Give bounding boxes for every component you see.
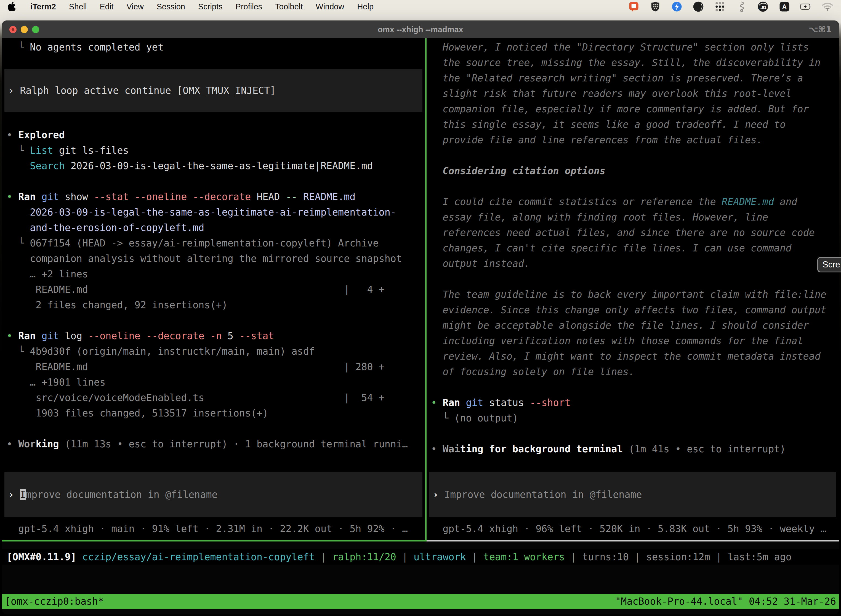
squiggle-icon[interactable]: [736, 1, 747, 12]
composer-input-left[interactable]: › Improve documentation in @filename: [4, 472, 422, 517]
terminal-line: essay file, along with finding root file…: [431, 210, 839, 225]
terminal-line: • Ran git show --stat --oneline --decora…: [7, 189, 425, 204]
battery-percent-icon[interactable]: ..61: [757, 1, 769, 12]
terminal-line: companion file, especially if more comme…: [431, 101, 839, 117]
menu-item-edit[interactable]: Edit: [100, 2, 113, 11]
terminal-line: 2026-03-09-is-legal-the-same-as-legitima…: [7, 204, 425, 220]
menu-item-window[interactable]: Window: [316, 2, 344, 11]
battery-charging-icon[interactable]: [800, 1, 812, 12]
pane-bottom-border: [2, 540, 839, 541]
terminal-line: this single essay, it seems like a good …: [431, 117, 839, 132]
menu-item-view[interactable]: View: [126, 2, 144, 11]
terminal-line: slight risk that future readers may over…: [431, 86, 839, 101]
terminal-line: Search 2026-03-09-is-legal-the-same-as-l…: [7, 158, 425, 174]
menu-item-scripts[interactable]: Scripts: [198, 2, 223, 11]
menu-item-help[interactable]: Help: [357, 2, 374, 11]
window-titlebar[interactable]: omx --xhigh --madmax ⌥⌘1: [2, 21, 839, 38]
window-title: omx --xhigh --madmax: [2, 21, 839, 38]
ralph-loop-input[interactable]: › Ralph loop active continue [OMX_TMUX_I…: [4, 69, 422, 112]
terminal-line: … +2 lines: [7, 266, 425, 282]
menu-item-profiles[interactable]: Profiles: [236, 2, 262, 11]
terminal-line: However, I noticed the "Directory Struct…: [431, 40, 839, 55]
window-shortcut-badge: ⌥⌘1: [809, 21, 832, 38]
screen-share-tooltip-label: Scre: [822, 260, 840, 270]
terminal-line: • Ran git log --oneline --decorate -n 5 …: [7, 328, 425, 343]
terminal-line: README.md | 4 +: [7, 282, 425, 297]
terminal-line: └ 067f154 (HEAD -> essay/ai-reimplementa…: [7, 235, 425, 251]
terminal-blank-line: [7, 313, 425, 328]
terminal-line: Considering citation options: [431, 163, 839, 179]
terminal-line: review. Also, I might want to inspect th…: [431, 349, 839, 364]
terminal-blank-line: [431, 426, 839, 441]
terminal-line: might be acceptable alongside the file l…: [431, 318, 839, 333]
terminal-line: I could cite commit statistics or refere…: [431, 194, 839, 210]
terminal-line: 1903 files changed, 513517 insertions(+): [7, 405, 425, 421]
tmux-session-label: [omx-cczip0:bash*: [5, 594, 104, 609]
tmux-host-clock-label: "MacBook-Pro-44.local" 04:52 31-Mar-26: [615, 594, 836, 609]
prompt-text: › Improve documentation in @filename: [433, 487, 642, 502]
terminal-line: of focusing solely on file lines.: [431, 364, 839, 380]
macos-menu-bar: iTerm2 ShellEditViewSessionScriptsProfil…: [0, 0, 841, 13]
menu-app-name[interactable]: iTerm2: [30, 2, 56, 11]
wifi-icon[interactable]: [822, 1, 833, 12]
terminal-line: provide file and line references from th…: [431, 132, 839, 148]
terminal-line: output instead.: [431, 256, 839, 271]
terminal-line: • Waiting for background terminal (1m 41…: [431, 441, 839, 457]
menu-item-toolbelt[interactable]: Toolbelt: [275, 2, 303, 11]
chat-icon[interactable]: [628, 1, 640, 12]
menu-status-icons: ..61 A: [628, 1, 833, 12]
tmux-panes: └ No agents completed yet› Ralph loop ac…: [2, 38, 839, 540]
blue-activity-icon[interactable]: [671, 1, 683, 12]
terminal-line: • Working (11m 13s • esc to interrupt) ·…: [7, 436, 425, 452]
right-terminal-pane[interactable]: However, I noticed the "Directory Struct…: [426, 38, 839, 540]
dots-grid-icon[interactable]: [714, 1, 726, 12]
terminal-line: changes, I can't cite specific file line…: [431, 241, 839, 256]
terminal-line: … +1901 lines: [7, 374, 425, 390]
terminal-line: evidence. Since this change only affects…: [431, 302, 839, 318]
terminal-blank-line: [431, 380, 839, 395]
terminal-line: └ List git ls-files: [7, 143, 425, 158]
terminal-line: • Ran git status --short: [431, 395, 839, 411]
shield-grid-icon[interactable]: [649, 1, 661, 12]
terminal-line: gpt-5.4 xhigh · 96% left · 520K in · 5.8…: [431, 521, 839, 537]
input-source-label: A: [782, 3, 787, 10]
prompt-text: › Improve documentation in @filename: [8, 487, 218, 502]
pane-bottom-border-active: [2, 540, 426, 541]
terminal-line: the source tree, missing the essay. Stil…: [431, 55, 839, 70]
terminal-line: and-the-erosion-of-copyleft.md: [7, 220, 425, 235]
composer-input-right[interactable]: › Improve documentation in @filename: [429, 472, 836, 517]
terminal-line: src/voice/voiceModeEnabled.ts | 54 +: [7, 390, 425, 405]
input-source-icon[interactable]: A: [779, 1, 790, 12]
terminal-line: • Explored: [7, 127, 425, 143]
terminal-line: companion analysis without altering the …: [7, 251, 425, 266]
terminal-line: references need actual files, and since …: [431, 225, 839, 241]
menu-item-shell[interactable]: Shell: [69, 2, 87, 11]
terminal-blank-line: [7, 421, 425, 436]
terminal-blank-line: [431, 271, 839, 287]
apple-menu-icon[interactable]: [8, 1, 18, 12]
terminal-line: └ (no output): [431, 411, 839, 426]
terminal-line: └ 4b9d30f (origin/main, instructkr/main,…: [7, 343, 425, 359]
pane-bottom-border-inactive: [426, 540, 839, 541]
menu-item-session[interactable]: Session: [157, 2, 185, 11]
iterm-window: omx --xhigh --madmax ⌥⌘1 └ No agents com…: [2, 21, 839, 615]
screen-share-tooltip: Scre: [817, 257, 841, 273]
terminal-line: └ No agents completed yet: [7, 40, 425, 55]
terminal-blank-line: [431, 148, 839, 163]
terminal-line: including verification notes with those …: [431, 333, 839, 349]
terminal-blank-line: [7, 174, 425, 189]
prompt-text: › Ralph loop active continue [OMX_TMUX_I…: [8, 83, 275, 98]
tmux-status-bar: [omx-cczip0:bash* "MacBook-Pro-44.local"…: [2, 594, 839, 609]
terminal-line: the "Related research writing" section i…: [431, 70, 839, 86]
dark-crescent-icon[interactable]: [693, 1, 704, 12]
terminal-line: README.md | 280 +: [7, 359, 425, 374]
left-terminal-pane[interactable]: └ No agents completed yet› Ralph loop ac…: [2, 38, 425, 540]
battery-percent-label: ..61: [759, 5, 766, 10]
menu-items: iTerm2 ShellEditViewSessionScriptsProfil…: [30, 2, 374, 11]
terminal-line: 2 files changed, 92 insertions(+): [7, 297, 425, 313]
omx-status-line: [OMX#0.11.9] cczip/essay/ai-reimplementa…: [2, 549, 839, 565]
terminal-line: The team guideline is to back every impo…: [431, 287, 839, 302]
terminal-blank-line: [431, 179, 839, 194]
terminal-line: gpt-5.4 xhigh · main · 91% left · 2.31M …: [7, 521, 425, 537]
